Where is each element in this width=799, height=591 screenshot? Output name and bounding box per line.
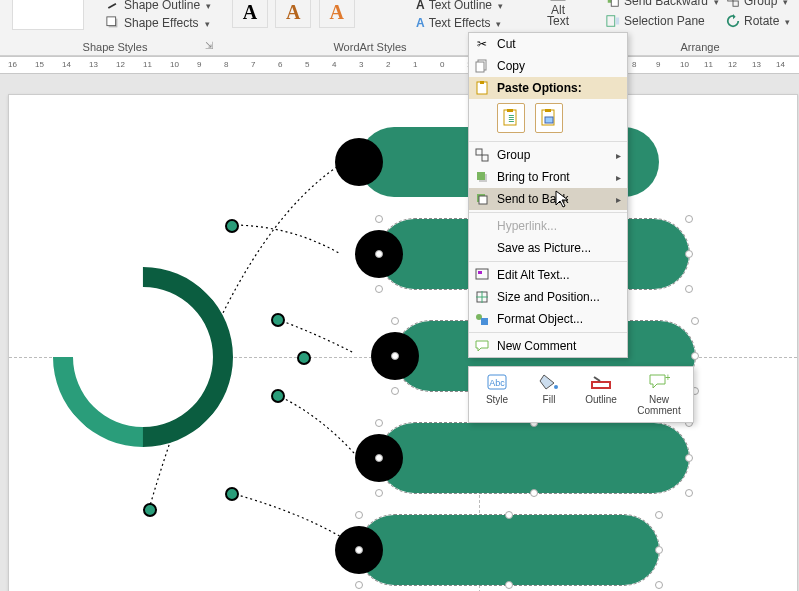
menu-paste-options: Paste Options: (469, 77, 627, 99)
svg-text:+: + (665, 373, 670, 383)
menu-hyperlink[interactable]: Hyperlink... (469, 215, 627, 237)
menu-copy[interactable]: Copy (469, 55, 627, 77)
svg-rect-22 (482, 155, 488, 161)
dialog-launcher-icon[interactable]: ⇲ (205, 40, 213, 51)
ruler-tick: 13 (89, 60, 98, 69)
outline-icon (590, 373, 612, 391)
slide-canvas[interactable]: ⟳ (0, 74, 799, 591)
shape-outline-button[interactable]: Shape Outline (106, 0, 211, 12)
mini-fill-label: Fill (543, 394, 556, 405)
ruler-tick: 16 (8, 60, 17, 69)
shape-styles-group-label: Shape Styles (20, 41, 210, 53)
shape-effects-button[interactable]: Shape Effects (106, 16, 210, 30)
menu-cut[interactable]: ✂ Cut (469, 33, 627, 55)
paste-option-1[interactable]: ≣ (497, 103, 525, 133)
donut-shape[interactable] (16, 230, 271, 485)
svg-text:Abc: Abc (489, 378, 505, 388)
menu-edit-alt-text[interactable]: Edit Alt Text... (469, 264, 627, 286)
comment-icon (475, 339, 489, 353)
menu-size-position-label: Size and Position... (497, 290, 600, 304)
ruler-tick: 6 (278, 60, 282, 69)
menu-cut-label: Cut (497, 37, 516, 51)
pencil-icon (106, 0, 120, 12)
text-effects-button[interactable]: A Text Effects (416, 16, 501, 30)
ruler-tick: 13 (752, 60, 761, 69)
ruler-tick: 9 (656, 60, 660, 69)
svg-rect-0 (108, 3, 116, 9)
connector-node[interactable] (271, 389, 285, 403)
ruler-tick: 12 (116, 60, 125, 69)
alt-text-icon (475, 268, 489, 282)
menu-save-as-picture[interactable]: Save as Picture... (469, 237, 627, 259)
send-backward-button[interactable]: Send Backward (606, 0, 719, 8)
alt-text-button[interactable]: Alt Text (540, 0, 576, 27)
paste-options-row: ≣ (469, 99, 627, 139)
ruler-tick: 0 (440, 60, 444, 69)
group-icon (475, 148, 489, 162)
menu-bring-to-front[interactable]: Bring to Front (469, 166, 627, 188)
bring-front-icon (475, 170, 489, 184)
menu-save-picture-label: Save as Picture... (497, 241, 591, 255)
svg-rect-21 (476, 149, 482, 155)
selection-pane-icon (606, 14, 620, 28)
comment-icon: + (648, 373, 670, 391)
shape-effects-label: Shape Effects (124, 16, 199, 30)
menu-new-comment-label: New Comment (497, 339, 576, 353)
menu-new-comment[interactable]: New Comment (469, 335, 627, 357)
text-effects-label: Text Effects (429, 16, 491, 30)
mini-new-comment-button[interactable]: + New Comment (633, 373, 685, 416)
connector-node[interactable] (297, 351, 311, 365)
connector-node[interactable] (271, 313, 285, 327)
menu-send-to-back[interactable]: Send to Back (469, 188, 627, 210)
mini-style-button[interactable]: Abc Style (477, 373, 517, 416)
svg-rect-6 (611, 0, 618, 6)
ruler-tick: 4 (332, 60, 336, 69)
svg-rect-20 (545, 117, 553, 123)
selection-pane-button[interactable]: Selection Pane (606, 14, 705, 28)
menu-format-object[interactable]: Format Object... (469, 308, 627, 330)
menu-group[interactable]: Group (469, 144, 627, 166)
menu-alt-text-label: Edit Alt Text... (497, 268, 569, 282)
menu-format-object-label: Format Object... (497, 312, 583, 326)
rotate-button[interactable]: Rotate (726, 14, 790, 28)
menu-copy-label: Copy (497, 59, 525, 73)
alt-text-icon (550, 0, 566, 1)
scissors-icon: ✂ (475, 37, 489, 51)
connector-node[interactable] (225, 487, 239, 501)
pill-shape-selected[interactable]: ⟳ (379, 423, 689, 493)
clipboard-icon (475, 81, 489, 95)
wordart-gallery[interactable]: A A A (230, 0, 357, 28)
mini-fill-button[interactable]: Fill (529, 373, 569, 416)
send-back-icon (475, 192, 489, 206)
black-circle-shape[interactable] (335, 138, 383, 186)
menu-hyperlink-label: Hyperlink... (497, 219, 557, 233)
rotate-label: Rotate (744, 14, 779, 28)
paste-option-2[interactable] (535, 103, 563, 133)
menu-bring-front-label: Bring to Front (497, 170, 570, 184)
connector-node[interactable] (143, 503, 157, 517)
ruler-tick: 12 (728, 60, 737, 69)
send-backward-icon (606, 0, 620, 8)
mini-outline-button[interactable]: Outline (581, 373, 621, 416)
ruler-tick: 8 (224, 60, 228, 69)
menu-size-position[interactable]: Size and Position... (469, 286, 627, 308)
ruler-tick: 8 (632, 60, 636, 69)
text-outline-button[interactable]: A Text Outline (416, 0, 503, 12)
rotate-icon (726, 14, 740, 28)
shape-styles-gallery[interactable] (12, 0, 84, 30)
ruler-tick: 2 (386, 60, 390, 69)
svg-rect-2 (107, 17, 116, 26)
connector-node[interactable] (225, 219, 239, 233)
mini-toolbar: Abc Style Fill Outline + New Comment (468, 366, 694, 423)
svg-rect-14 (480, 81, 484, 84)
selection-pane-label: Selection Pane (624, 14, 705, 28)
svg-rect-9 (728, 0, 733, 1)
ruler-tick: 3 (359, 60, 363, 69)
horizontal-ruler: /* populated below */ 161514131211109876… (0, 56, 799, 74)
group-button[interactable]: Group (726, 0, 788, 8)
pill-shape-selected[interactable] (359, 515, 659, 585)
size-position-icon (475, 290, 489, 304)
group-label: Group (744, 0, 777, 8)
svg-rect-24 (477, 172, 485, 180)
menu-send-back-label: Send to Back (497, 192, 568, 206)
